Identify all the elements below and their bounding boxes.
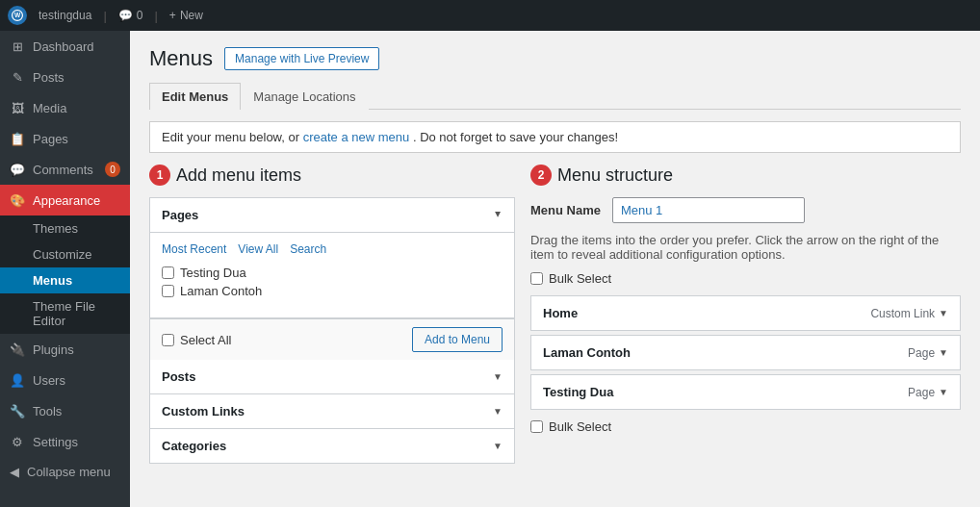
select-all-row: Select All <box>162 333 231 347</box>
bulk-select-bottom: Bulk Select <box>530 419 961 434</box>
sidebar-item-plugins[interactable]: 🔌 Plugins <box>0 334 130 365</box>
page-item-testing-dua: Testing Dua <box>162 266 503 280</box>
checkbox-laman-contoh[interactable] <box>162 285 174 297</box>
live-preview-button[interactable]: Manage with Live Preview <box>224 47 379 70</box>
menu-item-home[interactable]: Home Custom Link ▼ <box>530 295 961 331</box>
tabs-bar: Edit Menus Manage Locations <box>149 83 961 110</box>
notice-text-after: . Do not forget to save your changes! <box>413 130 618 144</box>
menu-item-laman-contoh[interactable]: Laman Contoh Page ▼ <box>530 335 961 370</box>
add-menu-heading-row: 1 Add menu items <box>149 165 515 186</box>
menu-name-input[interactable] <box>612 197 805 223</box>
separator: | <box>103 9 106 23</box>
add-to-menu-button[interactable]: Add to Menu <box>412 327 503 352</box>
sub-tab-most-recent[interactable]: Most Recent <box>162 242 226 256</box>
tab-edit-menus[interactable]: Edit Menus <box>149 83 241 110</box>
dashboard-icon: ⊞ <box>10 38 25 54</box>
checkbox-testing-dua[interactable] <box>162 266 174 279</box>
label-testing-dua: Testing Dua <box>180 266 246 280</box>
collapse-label: Collapse menu <box>27 465 111 479</box>
site-name[interactable]: testingdua <box>39 9 91 22</box>
page-header: Menus Manage with Live Preview <box>149 46 961 71</box>
page-item-laman-contoh: Laman Contoh <box>162 284 503 298</box>
menu-name-row: Menu Name <box>530 197 961 223</box>
accordion-pages-title: Pages <box>162 208 198 222</box>
pages-checkbox-list: Testing Dua Laman Contoh <box>162 266 503 298</box>
add-menu-items-panel: 1 Add menu items Pages ▲ Most Recent V <box>149 165 515 464</box>
menu-item-testing-dua-type: Page ▼ <box>908 386 948 399</box>
bulk-select-top-checkbox[interactable] <box>530 272 543 285</box>
label-laman-contoh: Laman Contoh <box>180 284 262 298</box>
sidebar-item-themes[interactable]: Themes <box>0 215 130 241</box>
tab-manage-locations[interactable]: Manage Locations <box>241 83 368 110</box>
sidebar-item-users[interactable]: 👤 Users <box>0 365 130 395</box>
appearance-icon: 🎨 <box>10 192 25 208</box>
menu-item-home-name: Home <box>543 306 578 320</box>
collapse-icon: ◀ <box>10 465 19 479</box>
sidebar-item-posts[interactable]: ✎ Posts <box>0 62 130 92</box>
comments-link[interactable]: 💬 0 <box>118 9 143 22</box>
accordion-custom-links-chevron: ▼ <box>493 406 503 417</box>
sidebar: ⊞ Dashboard ✎ Posts 🖼 Media 📋 Pages 💬 Co… <box>0 31 130 507</box>
sidebar-item-settings[interactable]: ⚙ Settings <box>0 426 130 457</box>
bulk-select-bottom-checkbox[interactable] <box>530 420 543 433</box>
pages-icon: 📋 <box>10 131 25 146</box>
notice-text-before: Edit your menu below, or <box>162 130 299 144</box>
sidebar-item-tools[interactable]: 🔧 Tools <box>0 395 130 426</box>
select-all-checkbox[interactable] <box>162 334 174 346</box>
media-icon: 🖼 <box>10 100 25 115</box>
bulk-select-top: Bulk Select <box>530 271 961 286</box>
accordion-pages-body: Most Recent View All Search Testing Dua <box>150 233 514 318</box>
main-layout: ⊞ Dashboard ✎ Posts 🖼 Media 📋 Pages 💬 Co… <box>0 31 980 507</box>
menu-item-laman-contoh-name: Laman Contoh <box>543 345 631 360</box>
menu-item-testing-dua-name: Testing Dua <box>543 385 613 399</box>
accordion-pages-footer: Select All Add to Menu <box>150 318 514 360</box>
accordion-posts-header[interactable]: Posts ▼ <box>150 360 514 393</box>
sidebar-sub-appearance: Themes Customize Menus Theme File Editor <box>0 215 130 334</box>
add-menu-badge: 1 <box>149 165 170 186</box>
accordion-pages-header[interactable]: Pages ▲ <box>150 198 514 233</box>
accordion-categories-header[interactable]: Categories ▼ <box>150 428 514 463</box>
menu-items-list: Home Custom Link ▼ Laman Contoh Page ▼ <box>530 295 961 410</box>
menu-structure-panel: 2 Menu structure Menu Name Drag the item… <box>530 165 961 464</box>
sidebar-item-theme-file-editor[interactable]: Theme File Editor <box>0 293 130 334</box>
sub-tab-search[interactable]: Search <box>290 242 326 256</box>
sidebar-item-menus[interactable]: Menus <box>0 267 130 293</box>
notice-bar: Edit your menu below, or create a new me… <box>149 121 961 153</box>
svg-text:W: W <box>14 12 21 18</box>
sidebar-item-comments[interactable]: 💬 Comments 0 <box>0 154 130 185</box>
posts-icon: ✎ <box>10 69 25 85</box>
drag-hint: Drag the items into the order you prefer… <box>530 233 961 262</box>
comments-icon: 💬 <box>10 162 25 177</box>
top-bar: W testingdua | 💬 0 | + New <box>0 0 980 31</box>
accordion-custom-links-header[interactable]: Custom Links ▼ <box>150 393 514 428</box>
pages-sub-tabs: Most Recent View All Search <box>162 242 503 256</box>
menu-item-home-chevron[interactable]: ▼ <box>939 308 948 318</box>
sidebar-item-media[interactable]: 🖼 Media <box>0 92 130 123</box>
bulk-select-bottom-label: Bulk Select <box>549 419 611 434</box>
sidebar-item-customize[interactable]: Customize <box>0 241 130 267</box>
new-link[interactable]: + New <box>169 9 203 22</box>
collapse-menu[interactable]: ◀ Collapse menu <box>0 457 130 487</box>
menu-item-home-type: Custom Link ▼ <box>870 307 948 320</box>
sidebar-item-appearance[interactable]: 🎨 Appearance <box>0 185 130 215</box>
separator2: | <box>154 9 157 23</box>
menu-item-testing-dua[interactable]: Testing Dua Page ▼ <box>530 374 961 410</box>
bulk-select-top-label: Bulk Select <box>549 271 611 286</box>
menu-name-label: Menu Name <box>530 203 601 217</box>
accordion-posts-title: Posts <box>162 369 195 384</box>
content-area: Menus Manage with Live Preview Edit Menu… <box>130 31 980 507</box>
menu-item-testing-dua-chevron[interactable]: ▼ <box>939 387 948 397</box>
accordion-categories-title: Categories <box>162 439 226 453</box>
create-new-menu-link[interactable]: create a new menu <box>303 130 410 144</box>
accordion-pages-chevron: ▲ <box>493 210 503 220</box>
two-column-layout: 1 Add menu items Pages ▲ Most Recent V <box>149 165 961 464</box>
sidebar-item-dashboard[interactable]: ⊞ Dashboard <box>0 31 130 62</box>
sub-tab-view-all[interactable]: View All <box>238 242 278 256</box>
accordion-posts-chevron: ▼ <box>493 371 503 382</box>
settings-icon: ⚙ <box>10 434 25 449</box>
sidebar-item-pages[interactable]: 📋 Pages <box>0 123 130 154</box>
wp-logo[interactable]: W <box>8 6 27 25</box>
plugins-icon: 🔌 <box>10 342 25 357</box>
users-icon: 👤 <box>10 372 25 388</box>
menu-item-laman-contoh-chevron[interactable]: ▼ <box>939 347 948 358</box>
